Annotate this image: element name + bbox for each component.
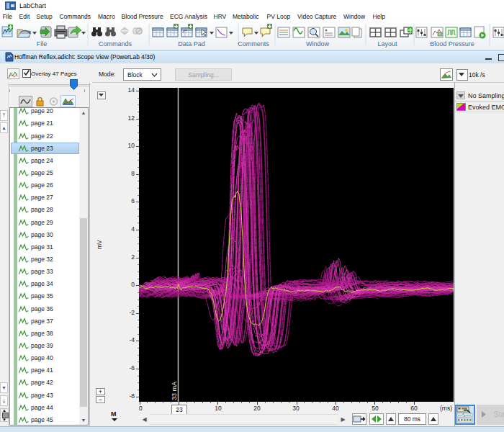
svg-text:33 mA: 33 mA: [171, 382, 178, 400]
